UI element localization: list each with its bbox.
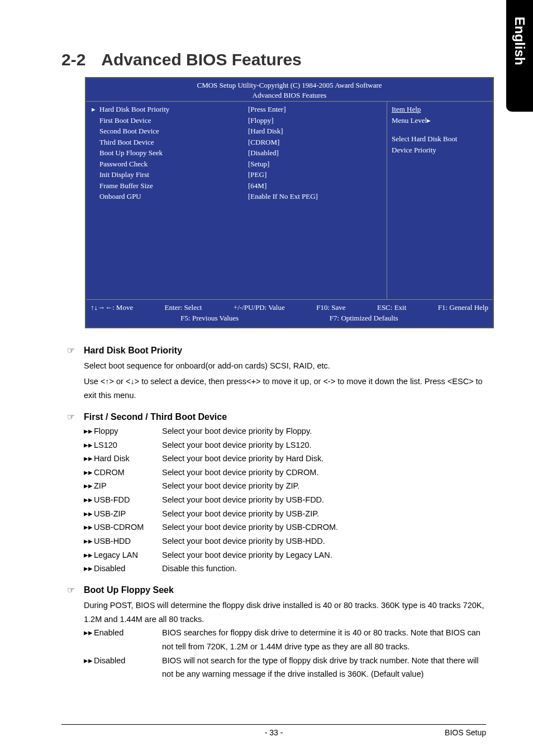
bios-item-value: [Hard Disk] — [248, 126, 382, 137]
bios-item-value: [Press Enter] — [248, 104, 382, 115]
bios-item-value: [Disabled] — [248, 147, 382, 159]
option-key: LS120 — [94, 441, 117, 449]
bios-key-hint: Enter: Select — [165, 302, 202, 313]
bios-help-title: Item Help — [392, 104, 488, 115]
double-arrow-icon: ▸▸ — [84, 452, 94, 466]
double-arrow-icon: ▸▸ — [84, 466, 94, 480]
bios-item-value: [64M] — [248, 180, 382, 192]
option-desc: Select your boot device priority by USB-… — [162, 507, 319, 521]
double-arrow-icon: ▸▸ — [84, 493, 94, 507]
bios-help-text: Device Priority — [392, 145, 488, 156]
bios-header: CMOS Setup Utility-Copyright (C) 1984-20… — [86, 78, 493, 102]
page-number: - 33 - — [265, 728, 283, 737]
option-desc: Select your boot device priority by USB-… — [162, 534, 325, 548]
language-tab: English — [506, 0, 533, 112]
bios-item-label: Init Display First — [99, 170, 149, 179]
double-arrow-icon: ▸▸ — [84, 424, 94, 438]
page-footer: - 33 - BIOS Setup — [61, 724, 486, 737]
section-number: 2-2 — [61, 50, 85, 69]
option-key: Floppy — [94, 427, 118, 436]
double-arrow-icon: ▸▸ — [84, 520, 94, 534]
bios-header-line2: Advanced BIOS Features — [86, 90, 493, 101]
option-desc: Select your boot device priority by LS12… — [162, 438, 312, 452]
hand-pointer-icon: ☞ — [67, 409, 78, 424]
bios-item-value: [Setup] — [248, 159, 382, 170]
bios-main-panel: ▸Hard Disk Boot Priority First Boot Devi… — [86, 102, 387, 299]
bios-header-line1: CMOS Setup Utility-Copyright (C) 1984-20… — [86, 80, 493, 90]
bios-footer: ↑↓→←: Move Enter: Select +/-/PU/PD: Valu… — [86, 299, 493, 327]
option-key: Enabled — [94, 628, 123, 637]
option-desc: Disable this function. — [162, 562, 237, 576]
option-key: Disabled — [94, 564, 125, 573]
triangle-icon: ▸ — [92, 104, 99, 115]
bios-key-hint: F1: General Help — [438, 302, 488, 313]
bios-item-value: [CDROM] — [248, 137, 382, 148]
double-arrow-icon: ▸▸ — [84, 438, 94, 452]
section-heading: 2-2 Advanced BIOS Features — [61, 50, 486, 69]
option-desc: BIOS searches for floppy disk drive to d… — [162, 626, 486, 653]
bios-key-hint: ESC: Exit — [377, 302, 406, 313]
option-desc: Select your boot device priority by USB-… — [162, 520, 338, 534]
hand-pointer-icon: ☞ — [67, 582, 78, 597]
bios-key-hint: F10: Save — [316, 302, 345, 313]
bios-help-text: Select Hard Disk Boot — [392, 133, 488, 145]
bios-item-label: Onboard GPU — [99, 192, 141, 200]
hand-pointer-icon: ☞ — [67, 343, 78, 358]
option-key: Hard Disk — [94, 454, 130, 463]
bios-item-label: Boot Up Floopy Seek — [99, 149, 163, 157]
option-key: Disabled — [94, 656, 125, 665]
double-arrow-icon: ▸▸ — [84, 654, 94, 668]
item-paragraph: Select boot sequence for onboard(or add-… — [84, 359, 486, 373]
double-arrow-icon: ▸▸ — [84, 626, 94, 640]
bios-screenshot: CMOS Setup Utility-Copyright (C) 1984-20… — [85, 77, 494, 328]
option-key: USB-FDD — [94, 495, 130, 504]
option-key: Legacy LAN — [94, 551, 138, 559]
page-content: 2-2 Advanced BIOS Features CMOS Setup Ut… — [0, 0, 533, 681]
option-desc: Select your boot device priority by Flop… — [162, 424, 312, 438]
bios-help-menu-level: Menu Level▸ — [392, 115, 488, 126]
option-desc: Select your boot device priority by CDRO… — [162, 466, 318, 480]
bios-item-label: Frame Buffer Size — [99, 181, 153, 190]
bios-key-hint: ↑↓→←: Move — [91, 302, 133, 313]
option-desc: Select your boot device priority by Hard… — [162, 452, 323, 466]
option-desc: Select your boot device priority by ZIP. — [162, 479, 299, 493]
bios-key-hint: F7: Optimized Defaults — [330, 313, 398, 324]
bios-item-label: Third Boot Device — [99, 138, 154, 146]
bios-item-value: [Floppy] — [248, 115, 382, 126]
bios-key-hint: F5: Previous Values — [180, 313, 239, 324]
bios-help-panel: Item Help Menu Level▸ Select Hard Disk B… — [387, 102, 493, 299]
option-key: CDROM — [94, 468, 125, 477]
item-title: Hard Disk Boot Priority — [84, 343, 182, 358]
double-arrow-icon: ▸▸ — [84, 534, 94, 548]
double-arrow-icon: ▸▸ — [84, 479, 94, 493]
item-title: Boot Up Floppy Seek — [84, 582, 174, 597]
double-arrow-icon: ▸▸ — [84, 562, 94, 576]
double-arrow-icon: ▸▸ — [84, 507, 94, 521]
bios-key-hint: +/-/PU/PD: Value — [234, 302, 285, 313]
item-paragraph: Use <↑> or <↓> to select a device, then … — [84, 375, 486, 402]
option-desc: BIOS will not search for the type of flo… — [162, 654, 486, 681]
bios-item-label: First Boot Device — [99, 116, 151, 125]
option-key: USB-CDROM — [94, 523, 144, 532]
option-key: ZIP — [94, 481, 107, 490]
bios-item-value: [PEG] — [248, 169, 382, 180]
description-block: ☞ Hard Disk Boot Priority Select boot se… — [67, 343, 486, 681]
bios-item-label: Password Check — [99, 160, 147, 168]
bios-item-value: [Enable If No Ext PEG] — [248, 191, 382, 202]
item-paragraph: During POST, BIOS will determine the flo… — [84, 599, 486, 626]
item-title: First / Second / Third Boot Device — [84, 409, 227, 424]
footer-section: BIOS Setup — [445, 728, 486, 737]
section-title: Advanced BIOS Features — [101, 50, 301, 69]
option-desc: Select your boot device priority by USB-… — [162, 493, 324, 507]
double-arrow-icon: ▸▸ — [84, 548, 94, 562]
option-key: USB-ZIP — [94, 509, 126, 518]
bios-item-label: Hard Disk Boot Priority — [99, 105, 169, 113]
bios-item-label: Second Boot Device — [99, 127, 159, 135]
option-key: USB-HDD — [94, 537, 131, 546]
option-desc: Select your boot device priority by Lega… — [162, 548, 332, 562]
